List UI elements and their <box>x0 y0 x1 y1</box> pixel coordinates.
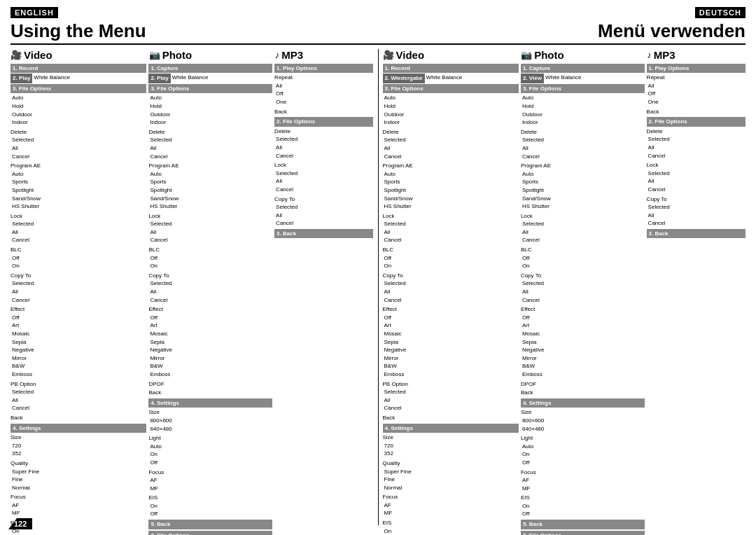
photo-label-left: Photo <box>162 49 192 61</box>
rp-wb-hold: Hold <box>522 102 645 111</box>
rp-back5-btn[interactable]: 5. Back <box>521 520 645 529</box>
rv-size-720: 720 <box>384 442 519 450</box>
rv-rec-btn[interactable]: 1. Record <box>383 64 519 74</box>
rp-ct-all: All <box>522 288 645 296</box>
divider <box>10 43 746 45</box>
rv-wb-indoor: Indoor <box>384 118 519 127</box>
rv-play-btn[interactable]: 2. Wiedergabe <box>383 74 425 83</box>
pbo-cancel-v: Cancel <box>12 404 146 412</box>
video-fileopts-btn[interactable]: 3. File Options <box>10 84 146 94</box>
photo-back5-btn[interactable]: 5. Back <box>148 520 272 529</box>
mp3-icon-right: ♪ <box>647 50 652 60</box>
photo-pae-spot: Spotlight <box>150 186 272 195</box>
photo-focus-af: AF <box>150 476 272 485</box>
mp3-rep-one: One <box>276 98 373 106</box>
rp-wb-outdoor: Outdoor <box>522 111 645 119</box>
rv-eff-off: Off <box>384 314 519 322</box>
rp-wb-indoor: Indoor <box>522 118 645 127</box>
photo-icon-left: 📷 <box>149 50 160 60</box>
rp-size-800: 800×600 <box>522 417 645 425</box>
photo-ct-all: All <box>150 288 272 296</box>
page: ENGLISH DEUTSCH Using the Menu Menü verw… <box>0 0 756 535</box>
photo-lock-cancel: Cancel <box>150 236 272 244</box>
focus-label-v: Focus <box>10 493 146 501</box>
rv-focus-mf: MF <box>384 509 519 517</box>
video-icon-left: 🎥 <box>10 50 22 60</box>
eff-mosaic-v: Mosaic <box>12 330 146 338</box>
mp3-lock-label: Lock <box>274 161 373 169</box>
rm-back3-btn[interactable]: 3. Back <box>647 229 746 239</box>
mp3-col-right: 1. Play Options Repeat All Off One Back … <box>647 64 746 498</box>
video-rec-btn[interactable]: 1. Record <box>10 64 146 74</box>
pbo-all-v: All <box>12 396 146 405</box>
eff-off-v: Off <box>12 314 146 322</box>
rm-del-all: All <box>648 144 746 152</box>
photo-settings-btn[interactable]: 4. Settings <box>148 398 272 408</box>
rv-lock-label: Lock <box>383 212 519 221</box>
rv-blc-off: Off <box>384 254 519 263</box>
rp-pae-auto: Auto <box>522 170 645 179</box>
video-title-left: 🎥 Video <box>10 49 146 61</box>
rm-play-btn[interactable]: 1. Play Options <box>647 64 746 74</box>
rp-fo2-btn[interactable]: 2. File Options <box>521 531 645 535</box>
pboption-label-v: PB Option <box>10 380 146 389</box>
rm-del-cancel: Cancel <box>648 152 746 160</box>
rp-cap-btn[interactable]: 1. Capture <box>521 64 645 74</box>
eff-emboss-v: Emboss <box>12 370 146 379</box>
pae-spotlight-v: Spotlight <box>12 186 146 195</box>
mp3-play-btn[interactable]: 1. Play Options <box>274 64 373 74</box>
back-label-v: Back <box>10 414 146 422</box>
rv-eis-on: On <box>384 527 519 535</box>
rp-view-btn[interactable]: 2. View <box>521 74 544 83</box>
mp3-del-all: All <box>276 144 373 152</box>
rv-settings-btn[interactable]: 4. Settings <box>383 424 519 433</box>
rv-q-norm: Normal <box>384 484 519 492</box>
ct-cancel-v: Cancel <box>12 296 146 305</box>
mp3-fo2-btn[interactable]: 2. File Options <box>274 117 373 127</box>
rv-size-label: Size <box>383 433 519 442</box>
rm-fo2-btn[interactable]: 2. File Options <box>647 117 746 127</box>
photo-fileopts-btn[interactable]: 3. File Options <box>148 84 272 94</box>
rm-lock-cancel: Cancel <box>648 186 746 194</box>
photo-eff-label: Effect <box>148 305 272 314</box>
rv-del-label: Delete <box>383 128 519 137</box>
rp-lock-cancel: Cancel <box>522 236 645 244</box>
rv-eff-mirror: Mirror <box>384 354 519 363</box>
photo-pae-auto: Auto <box>150 170 272 179</box>
rp-fo-btn[interactable]: 3. File Options <box>521 84 645 94</box>
eff-art-v: Art <box>12 321 146 330</box>
rv-fo-btn[interactable]: 3. File Options <box>383 84 519 94</box>
rm-ct-all: All <box>648 211 746 220</box>
rm-ct-sel: Selected <box>648 203 746 211</box>
rp-settings-btn[interactable]: 4. Settings <box>521 398 645 408</box>
video-play-btn[interactable]: 2. Play <box>10 74 32 83</box>
photo-cap-btn[interactable]: 1. Capture <box>148 64 272 74</box>
photo-pae-sports: Sports <box>150 178 272 186</box>
rv-eff-mosaic: Mosaic <box>384 330 519 338</box>
ct-all-v: All <box>12 288 146 296</box>
mp3-ct-label: Copy To <box>274 195 373 204</box>
rp-eff-label: Effect <box>521 305 645 314</box>
rp-wb-auto: Auto <box>522 94 645 102</box>
photo-title-left: 📷 Photo <box>149 49 272 61</box>
rp-lock-label: Lock <box>521 212 645 221</box>
rp-eff-bw: B&W <box>522 362 645 370</box>
settings-btn-v[interactable]: 4. Settings <box>10 424 146 433</box>
rp-lock-all: All <box>522 228 645 237</box>
page-number: 122 <box>8 518 32 529</box>
photo-play-btn[interactable]: 2. Play <box>148 74 170 83</box>
mp3-lock-cancel: Cancel <box>276 186 373 194</box>
pae-sports-v: Sports <box>12 178 146 186</box>
rv-pbo-all: All <box>384 396 519 405</box>
rv-eis-label: EIS <box>383 519 519 527</box>
rv-ct-sel: Selected <box>384 279 519 288</box>
rv-del-all: All <box>384 144 519 153</box>
mp3-back3-btn[interactable]: 3. Back <box>274 229 373 239</box>
mp3-back-label: Back <box>274 108 373 116</box>
rp-size-label: Size <box>521 408 645 417</box>
mp3-del-cancel: Cancel <box>276 152 373 160</box>
photo-pae-sand: Sand/Snow <box>150 195 272 203</box>
photo-fo2-btn[interactable]: 2. File Options <box>148 531 272 535</box>
photo-eff-bw: B&W <box>150 362 272 370</box>
photo-light-on: On <box>150 450 272 459</box>
